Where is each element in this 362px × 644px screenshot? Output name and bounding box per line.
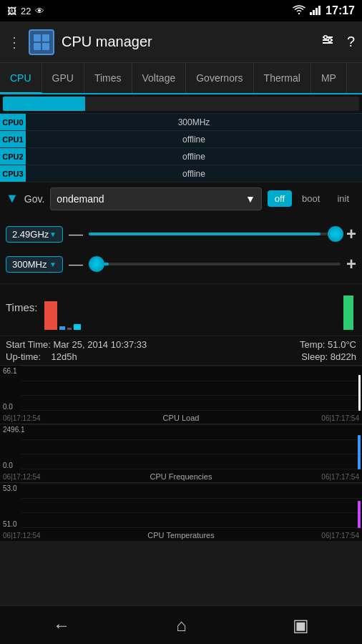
table-row: CPU0 300MHz: [0, 113, 362, 130]
uptime-label: Up-time:: [6, 351, 41, 362]
frequency-sliders: 2.49GHz ▼ — + 300MHz ▼ — +: [0, 215, 362, 283]
grid-line: [21, 395, 362, 396]
times-bar-1: [59, 326, 65, 330]
cpu1-value: offline: [26, 135, 362, 145]
cpu-load-grid: [21, 366, 362, 411]
min-freq-slider[interactable]: [89, 263, 341, 265]
tab-gpu[interactable]: GPU: [42, 63, 84, 94]
cpu-load-label: CPU Load: [163, 414, 200, 422]
cpu-temp-y-min: 51.0: [3, 520, 16, 528]
tab-voltage[interactable]: Voltage: [132, 63, 187, 94]
times-bar-last: [343, 296, 353, 330]
gov-boot-button[interactable]: boot: [295, 190, 327, 207]
sleep-value: 8d22h: [331, 351, 356, 362]
governor-buttons: off boot init: [268, 190, 356, 207]
svg-rect-11: [324, 36, 327, 39]
cpu-temp-graph: 53.0 51.0 06|17:12:54 06|17:17:54 CPU Te…: [0, 482, 362, 541]
governor-label: Gov.: [24, 193, 45, 205]
app-icon: [29, 29, 54, 55]
grid-line: [21, 439, 362, 440]
sleep-label: Sleep:: [301, 351, 328, 362]
signal-icon: [310, 5, 321, 17]
spike-bar: [358, 375, 361, 411]
max-freq-value: 2.49GHz: [12, 229, 49, 240]
cpu0-value: 300MHz: [26, 117, 362, 127]
table-row: CPU3 offline: [0, 165, 362, 182]
svg-rect-5: [42, 34, 49, 42]
min-freq-minus-button[interactable]: —: [69, 256, 83, 273]
tab-mp[interactable]: MP: [311, 63, 347, 94]
status-col-right: Temp: 51.0°C Sleep: 8d22h: [300, 339, 356, 362]
start-time-value: Mar 25, 2014 10:37:33: [53, 339, 147, 350]
times-bar-0: [44, 301, 57, 330]
min-freq-plus-button[interactable]: +: [346, 254, 356, 274]
times-bar-3: [74, 324, 81, 330]
cpu-temp-y-max: 53.0: [3, 484, 16, 492]
svg-rect-6: [34, 43, 41, 50]
grid-line: [21, 410, 362, 411]
usage-bar-container: 23%: [3, 97, 359, 111]
uptime-value: 12d5h: [52, 351, 77, 362]
cpu-load-x-left: 06|17:12:54: [3, 414, 41, 422]
gov-off-button[interactable]: off: [268, 190, 292, 207]
max-freq-thumb[interactable]: [328, 226, 343, 242]
cpu-freq-y-min: 0.0: [3, 462, 13, 469]
temp-label: Temp:: [300, 339, 325, 350]
grid-line: [21, 366, 362, 366]
table-row: CPU2 offline: [0, 147, 362, 165]
svg-rect-12: [328, 39, 331, 42]
governor-dropdown[interactable]: ondemand ▼: [50, 187, 261, 210]
usage-bar-fill: [3, 97, 85, 111]
menu-icon[interactable]: ⋮: [7, 34, 21, 51]
cpu-load-graph: 66.1 0.0 06|17:12:54 06|17:17:54 CPU Loa…: [0, 365, 362, 424]
eye-icon: 👁: [35, 6, 44, 16]
help-icon[interactable]: ?: [347, 34, 355, 50]
home-button[interactable]: ⌂: [176, 615, 187, 635]
back-button[interactable]: ←: [53, 615, 70, 635]
sleep-item: Sleep: 8d22h: [300, 351, 356, 362]
notification-number: 22: [21, 6, 31, 16]
max-freq-row: 2.49GHz ▼ — +: [6, 219, 356, 249]
max-freq-badge[interactable]: 2.49GHz ▼: [6, 226, 63, 243]
governor-expand-icon[interactable]: ▼: [6, 191, 19, 206]
header-icons: ?: [320, 32, 355, 52]
uptime-item: Up-time: 12d5h: [6, 351, 147, 362]
tab-times[interactable]: Times: [84, 63, 132, 94]
gov-init-button[interactable]: init: [330, 190, 356, 207]
cpu-freq-x-right: 06|17:17:54: [321, 473, 359, 481]
svg-rect-1: [313, 10, 315, 15]
svg-rect-4: [34, 34, 41, 42]
svg-rect-3: [318, 6, 321, 15]
spike-bar-purple: [358, 501, 361, 528]
times-bars: [44, 294, 82, 330]
cpu2-value: offline: [26, 152, 362, 162]
cpu-load-x-right: 06|17:17:54: [321, 414, 359, 422]
svg-rect-2: [315, 8, 318, 15]
grid-line: [21, 498, 362, 499]
temp-item: Temp: 51.0°C: [300, 339, 356, 350]
grid-line: [21, 483, 362, 484]
status-col-left: Start Time: Mar 25, 2014 10:37:33 Up-tim…: [6, 339, 147, 362]
times-label: Times:: [6, 290, 37, 326]
grid-line: [21, 424, 362, 425]
min-freq-badge[interactable]: 300MHz ▼: [6, 256, 63, 273]
max-freq-slider[interactable]: [89, 233, 341, 235]
max-freq-minus-button[interactable]: —: [69, 226, 83, 243]
cpu-temp-label: CPU Temperatures: [147, 531, 214, 540]
min-freq-value: 300MHz: [12, 259, 47, 270]
tab-cpu[interactable]: CPU: [0, 63, 42, 94]
min-freq-row: 300MHz ▼ — +: [6, 249, 356, 279]
status-info-row: Start Time: Mar 25, 2014 10:37:33 Up-tim…: [0, 336, 362, 365]
max-freq-plus-button[interactable]: +: [346, 224, 356, 244]
grid-line: [21, 454, 362, 454]
cpu-freq-graph: 2496.1 0.0 06|17:12:54 06|17:17:54 CPU F…: [0, 424, 362, 482]
cpu3-value: offline: [26, 169, 362, 179]
tab-thermal[interactable]: Thermal: [254, 63, 311, 94]
settings-icon[interactable]: [320, 32, 336, 52]
recent-apps-button[interactable]: ▣: [293, 615, 309, 635]
app-title: CPU manager: [62, 34, 320, 50]
tab-governors[interactable]: Governors: [186, 63, 253, 94]
cpu1-label: CPU1: [0, 131, 26, 147]
cpu3-label: CPU3: [0, 165, 26, 182]
min-freq-thumb[interactable]: [89, 256, 104, 272]
